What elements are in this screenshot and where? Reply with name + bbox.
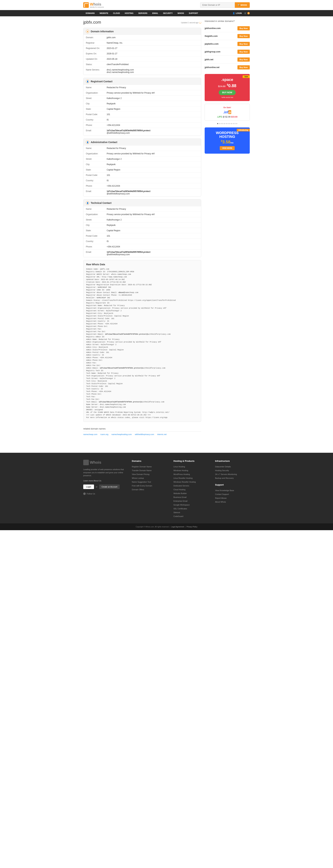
follow-us[interactable]: Follow Us <box>83 493 125 495</box>
info-label: Name: <box>86 86 107 89</box>
footer-link[interactable]: Website Builder <box>173 492 208 495</box>
footer-link[interactable]: Backup and Recovery <box>215 476 250 480</box>
info-label: Organization: <box>86 213 107 216</box>
privacy-link[interactable]: Privacy Policy <box>187 526 197 528</box>
info-value: 2023-05-18 <box>107 58 199 60</box>
footer-link[interactable]: Free with Every Domain <box>132 484 166 488</box>
related-link[interactable]: namecheaphosting.com <box>111 433 132 435</box>
footer-link[interactable]: Report Abuse <box>215 496 250 500</box>
footer-create-button[interactable]: Create an Account <box>99 485 120 489</box>
related-link[interactable]: internic.net <box>157 433 166 435</box>
footer-link[interactable]: Enterprise Email <box>173 499 208 503</box>
nav-login[interactable]: 👤 LOGIN <box>233 12 242 14</box>
info-value: NameCheap, Inc. <box>107 42 199 44</box>
buy-now-button[interactable]: Buy Now <box>237 65 250 69</box>
footer-learn-link[interactable]: Learn more About Us <box>83 479 125 482</box>
footer-link[interactable]: Dedicated Servers <box>173 484 208 488</box>
nav-item-security[interactable]: SECURITY <box>161 10 175 16</box>
promo-wordpress[interactable]: introducing WORDPRESS HOSTING $3.58/mo V… <box>205 127 250 154</box>
info-row: Organization:Privacy service provided by… <box>84 90 201 96</box>
similar-domain: jpbfxgroup.com <box>205 51 221 53</box>
buy-now-button[interactable]: Buy Now <box>237 50 250 54</box>
nav-cart[interactable]: 🛒 0 <box>244 12 250 14</box>
search-input[interactable] <box>200 2 235 8</box>
main-nav: DOMAINSWEBSITECLOUDHOSTINGSERVERSEMAILSE… <box>0 10 333 16</box>
footer-link[interactable]: Datacenter Details <box>215 465 250 469</box>
footer-link[interactable]: WordPress Hosting <box>173 472 208 476</box>
footer-link[interactable]: Domain Offers <box>132 488 166 492</box>
info-value: Reykjavik <box>107 102 199 105</box>
logo[interactable]: Whois identity for everyone <box>83 2 104 8</box>
nav-item-whois[interactable]: WHOIS <box>175 10 187 16</box>
info-value: +354.4212434 <box>107 185 199 187</box>
info-label: State: <box>86 168 107 171</box>
nav-item-support[interactable]: SUPPORT <box>187 10 200 16</box>
footer-link[interactable]: Google Workspace <box>173 503 208 507</box>
wp-price: $3.58/mo <box>207 140 247 145</box>
footer-link[interactable]: Business Email <box>173 495 208 499</box>
promo-space[interactable]: Sale .space $24.88 $0.88 BUY NOW *while … <box>205 74 250 101</box>
footer-link[interactable]: CodeGuard <box>173 515 208 518</box>
footer-link[interactable]: Transfer Domain Name <box>132 469 166 472</box>
footer-link[interactable]: Name Suggestion Tool <box>132 480 166 484</box>
buy-now-button[interactable]: Buy Now <box>237 34 250 38</box>
info-value: Reykjavik <box>107 163 199 166</box>
promo-info[interactable]: On Sale! .info .LIFE @ $2.98 $33.88 <box>205 104 250 121</box>
related-link[interactable]: icann.org <box>100 433 108 435</box>
footer-link[interactable]: Hosting Security <box>215 469 250 472</box>
search-button[interactable]: 🔍 WHOIS <box>235 2 250 8</box>
info-label: Name: <box>86 147 107 150</box>
nav-item-hosting[interactable]: HOSTING <box>122 10 136 16</box>
logo-icon <box>83 2 89 8</box>
legal-link[interactable]: Legal Agreement <box>171 526 184 528</box>
info-value: Kalkofnsvegur 2 <box>107 158 199 160</box>
footer-link[interactable]: View Knowledge Base <box>215 489 250 492</box>
footer-link[interactable]: Linux Reseller Hosting <box>173 476 208 480</box>
carousel-dots[interactable] <box>205 122 250 125</box>
info-label: State: <box>86 229 107 232</box>
nav-item-servers[interactable]: SERVERS <box>136 10 150 16</box>
nav-item-website[interactable]: WEBSITE <box>97 10 111 16</box>
footer-link[interactable]: 24 x 7 Servers Monitoring <box>215 472 250 476</box>
similar-domain: jpbfxonline.net <box>205 66 220 69</box>
footer-link[interactable]: View Domain Pricing <box>132 472 166 476</box>
info-value: Privacy service provided by Withheld for… <box>107 213 199 216</box>
footer-link[interactable]: Linux Hosting <box>173 465 208 469</box>
footer-link[interactable]: Contact Support <box>215 492 250 496</box>
refresh-icon[interactable] <box>199 22 201 24</box>
info-row: Country:IS <box>84 239 201 244</box>
info-value: 101 <box>107 235 199 237</box>
info-value: jpbfx.com <box>107 36 199 39</box>
nav-item-email[interactable]: EMAIL <box>150 10 161 16</box>
buy-now-button[interactable]: Buy Now <box>237 42 250 46</box>
related-link[interactable]: namecheap.com <box>83 433 97 435</box>
related-link[interactable]: withheldforprivacy.com <box>135 433 154 435</box>
info-value: 2026-01-27 <box>107 53 199 55</box>
footer-link[interactable]: SSL Certificates <box>173 507 208 510</box>
footer-link[interactable]: Windows Hosting <box>173 469 208 472</box>
footer-link[interactable]: Cloud Hosting <box>173 488 208 492</box>
buy-now-button[interactable]: Buy Now <box>237 26 250 30</box>
view-more-button[interactable]: VIEW MORE <box>220 146 235 150</box>
nav-item-domains[interactable]: DOMAINS <box>83 10 97 16</box>
footer-link[interactable]: Whois Lookup <box>132 476 166 480</box>
info-label: Phone: <box>86 185 107 187</box>
info-label: Name Servers: <box>86 69 107 73</box>
info-label: Email: <box>86 190 107 195</box>
footer-desc: Leading provider of web presence solutio… <box>83 468 125 477</box>
promo-buy-button[interactable]: BUY NOW <box>219 90 236 95</box>
info-row: Name:Redacted for Privacy <box>84 207 201 212</box>
logo-text: Whois <box>90 2 104 7</box>
footer-link[interactable]: Sitelock <box>173 510 208 515</box>
footer-login-button[interactable]: Login <box>83 485 94 489</box>
info-label: City: <box>86 163 107 166</box>
nav-item-cloud[interactable]: CLOUD <box>111 10 122 16</box>
footer-link[interactable]: Windows Reseller Hosting <box>173 480 208 484</box>
new-price: $0.88 <box>227 83 236 88</box>
footer-logo[interactable]: Whois <box>83 460 125 465</box>
buy-now-button[interactable]: Buy Now <box>237 58 250 62</box>
registrant-heading: Registrant Contact <box>91 80 112 83</box>
info-label: Registered On: <box>86 47 107 50</box>
footer-link[interactable]: Register Domain Name <box>132 465 166 469</box>
footer-link[interactable]: About Whois <box>215 500 250 504</box>
